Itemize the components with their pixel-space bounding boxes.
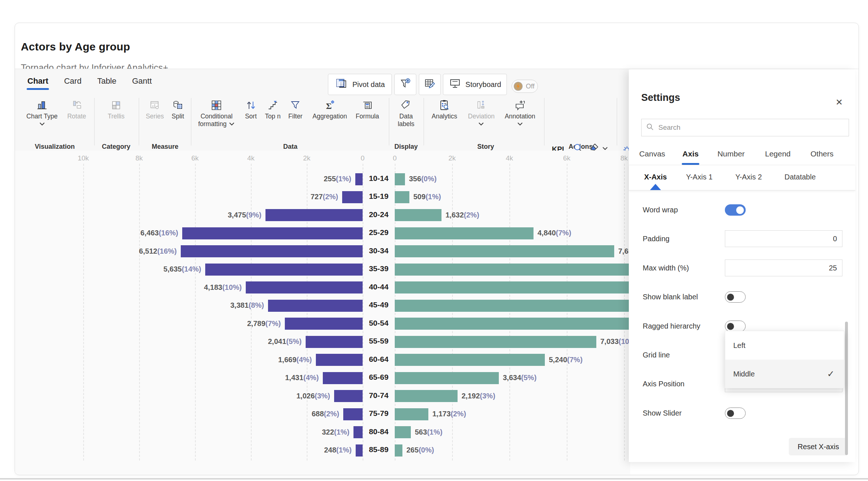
right-bar[interactable] bbox=[395, 408, 428, 420]
close-icon[interactable]: ✕ bbox=[836, 97, 843, 107]
grid-line-label: Grid line bbox=[643, 351, 670, 359]
gridline bbox=[307, 164, 307, 461]
left-bar[interactable] bbox=[353, 426, 363, 438]
aggregation-icon: Σ bbox=[313, 99, 347, 111]
right-bar[interactable] bbox=[395, 372, 499, 384]
left-bar[interactable] bbox=[268, 300, 363, 312]
view-tab-chart[interactable]: Chart bbox=[27, 75, 49, 87]
left-bar[interactable] bbox=[182, 227, 363, 239]
deviation-icon bbox=[468, 99, 495, 111]
ribbon-item-aggregation[interactable]: ΣAggregation bbox=[313, 99, 347, 120]
left-bar[interactable] bbox=[285, 318, 363, 330]
view-tab-table[interactable]: Table bbox=[96, 75, 117, 87]
left-bar[interactable] bbox=[316, 354, 363, 366]
ribbon-group-visualization: Visualization bbox=[35, 143, 75, 151]
left-value-label: 2,041(5%) bbox=[268, 337, 302, 346]
view-tab-card[interactable]: Card bbox=[63, 75, 82, 87]
edit-data-button[interactable] bbox=[419, 74, 441, 95]
gridline bbox=[251, 164, 252, 461]
right-bar[interactable] bbox=[395, 444, 402, 457]
left-bar[interactable] bbox=[342, 191, 363, 203]
panel-scrollbar[interactable] bbox=[845, 322, 848, 455]
pivot-data-button[interactable]: Pivot data bbox=[328, 74, 392, 95]
filter-icon bbox=[288, 99, 303, 111]
search-input[interactable] bbox=[658, 123, 844, 132]
left-bar[interactable] bbox=[343, 408, 363, 420]
right-value-label: 356(0%) bbox=[409, 175, 437, 183]
storyboard-button[interactable]: Storyboard bbox=[443, 74, 507, 95]
settings-tab-legend[interactable]: Legend bbox=[765, 149, 791, 158]
ragged-hierarchy-toggle[interactable] bbox=[725, 321, 746, 332]
category-label: 30-34 bbox=[357, 246, 401, 255]
right-bar[interactable] bbox=[395, 173, 405, 185]
ribbon-item-split[interactable]: Split bbox=[172, 99, 184, 120]
left-bar[interactable] bbox=[323, 372, 363, 384]
settings-subtab-y-axis-1[interactable]: Y-Axis 1 bbox=[686, 173, 713, 181]
visual-card: Actors by Age group Tornado chart by Inf… bbox=[15, 23, 859, 475]
right-bar[interactable] bbox=[395, 245, 614, 257]
max-width-input[interactable] bbox=[725, 260, 842, 276]
ribbon-separator bbox=[191, 98, 191, 145]
left-bar[interactable] bbox=[181, 245, 363, 257]
filter-quick-button[interactable] bbox=[394, 74, 416, 95]
left-value-label: 6,512(16%) bbox=[139, 247, 177, 255]
search-icon bbox=[646, 123, 654, 132]
left-value-label: 727(2%) bbox=[310, 193, 338, 201]
category-label: 35-39 bbox=[357, 264, 401, 273]
settings-panel: Settings ✕ CanvasAxisNumberLegendOthers … bbox=[629, 69, 855, 462]
show-blank-label-toggle[interactable] bbox=[725, 291, 746, 303]
ribbon-item-top-n[interactable]: Top n bbox=[265, 99, 281, 120]
right-value-label: 3,634(5%) bbox=[503, 374, 536, 382]
left-bar[interactable] bbox=[265, 209, 363, 221]
left-bar[interactable] bbox=[355, 173, 363, 185]
ribbon-item-conditional-formatting[interactable]: Conditionalformatting bbox=[198, 99, 235, 128]
settings-tab-canvas[interactable]: Canvas bbox=[639, 149, 665, 158]
ribbon-item-formula[interactable]: Formula bbox=[356, 99, 379, 120]
word-wrap-toggle[interactable] bbox=[725, 204, 746, 216]
tornado-chart: 10k8k6k4k2k002k4k6k8k10-14255(1%)356(0%)… bbox=[15, 151, 630, 474]
ribbon-item-data-labels[interactable]: Datalabels bbox=[398, 99, 414, 128]
chevron-down-icon[interactable] bbox=[26, 121, 57, 128]
right-bar[interactable] bbox=[395, 336, 596, 348]
right-bar[interactable] bbox=[395, 354, 545, 366]
padding-input[interactable] bbox=[725, 230, 842, 247]
settings-tab-number[interactable]: Number bbox=[718, 149, 745, 158]
dropdown-option-middle[interactable]: Middle ✓ bbox=[725, 360, 844, 388]
chevron-down-icon[interactable] bbox=[468, 121, 495, 128]
ribbon-item-annotation[interactable]: Annotation bbox=[505, 99, 535, 128]
view-tab-gantt[interactable]: Gantt bbox=[131, 75, 153, 87]
settings-tab-others[interactable]: Others bbox=[810, 149, 833, 158]
left-bar[interactable] bbox=[334, 390, 363, 402]
left-bar[interactable] bbox=[246, 281, 363, 293]
ribbon-item-filter[interactable]: Filter bbox=[288, 99, 303, 120]
chevron-down-icon[interactable] bbox=[505, 121, 535, 128]
ribbon-item-analytics[interactable]: Analytics bbox=[432, 99, 457, 120]
left-value-label: 5,635(14%) bbox=[164, 265, 201, 273]
settings-subtab-datatable[interactable]: Datatable bbox=[784, 173, 816, 181]
settings-subtab-x-axis[interactable]: X-Axis bbox=[644, 173, 667, 181]
left-bar[interactable] bbox=[205, 264, 363, 276]
left-bar[interactable] bbox=[356, 444, 363, 457]
dropdown-option-left[interactable]: Left bbox=[725, 331, 844, 360]
right-bar[interactable] bbox=[395, 300, 630, 312]
settings-subtab-y-axis-2[interactable]: Y-Axis 2 bbox=[735, 173, 762, 181]
reset-x-axis-button[interactable]: Reset X-axis bbox=[789, 438, 848, 455]
gridline bbox=[624, 164, 625, 461]
settings-tab-axis[interactable]: Axis bbox=[682, 149, 699, 158]
settings-search[interactable] bbox=[641, 119, 849, 136]
ribbon-item-chart-type[interactable]: Chart Type bbox=[26, 99, 57, 128]
right-bar[interactable] bbox=[395, 281, 630, 293]
gridline bbox=[567, 164, 567, 461]
right-bar[interactable] bbox=[395, 209, 441, 221]
ribbon-separator bbox=[617, 98, 617, 145]
right-bar[interactable] bbox=[395, 390, 458, 402]
show-slider-toggle[interactable] bbox=[725, 408, 746, 419]
ribbon-item-sort[interactable]: Sort bbox=[245, 99, 257, 120]
right-bar[interactable] bbox=[395, 426, 411, 438]
left-bar[interactable] bbox=[306, 336, 363, 348]
right-bar[interactable] bbox=[395, 227, 534, 239]
right-bar[interactable] bbox=[395, 264, 630, 276]
right-bar[interactable] bbox=[395, 191, 409, 203]
autopilot-toggle[interactable]: Off bbox=[512, 80, 538, 93]
right-bar[interactable] bbox=[395, 318, 630, 330]
